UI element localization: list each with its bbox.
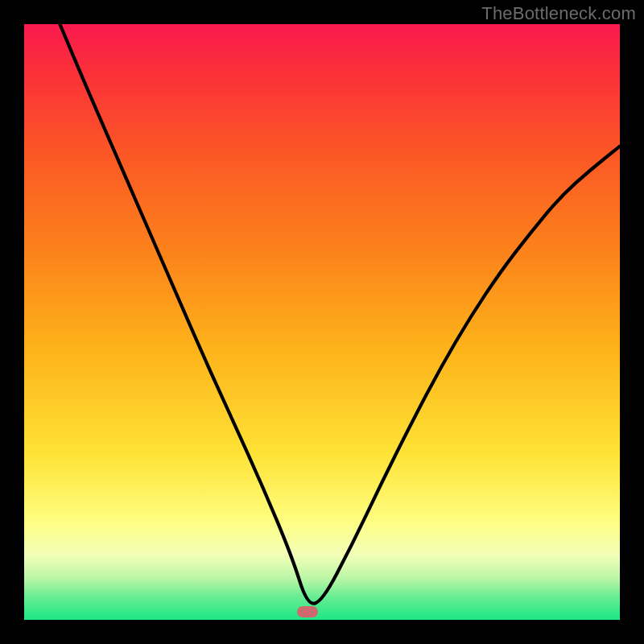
optimal-point-marker (297, 606, 318, 617)
plot-area (24, 24, 620, 620)
bottleneck-curve (24, 24, 620, 620)
chart-frame: TheBottleneck.com (0, 0, 644, 644)
curve-path (60, 24, 620, 604)
watermark-text: TheBottleneck.com (481, 3, 636, 24)
